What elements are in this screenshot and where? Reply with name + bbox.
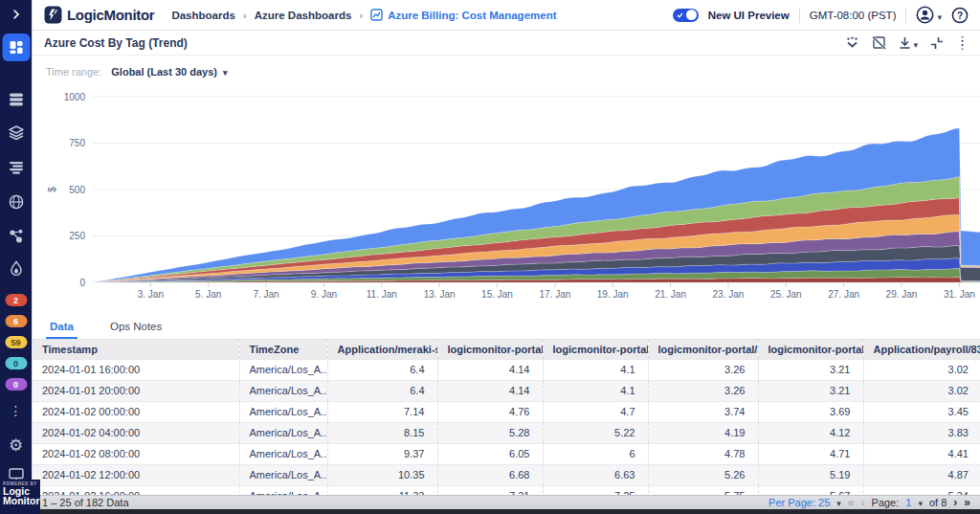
next-page-icon[interactable]	[953, 497, 957, 508]
col-portal-dem[interactable]: logicmonitor-portal/dem	[437, 340, 543, 359]
caret-down-icon[interactable]	[918, 497, 923, 508]
cell-timezone: America/Los_A...	[239, 401, 327, 422]
breadcrumb-current-dashboard[interactable]: Azure Billing: Cost Management	[370, 9, 556, 21]
collapse-widget-icon[interactable]	[930, 36, 944, 50]
tab-data[interactable]: Data	[46, 315, 78, 339]
cell-value: 4.78	[648, 443, 758, 464]
current-page-select[interactable]: 1	[905, 497, 911, 508]
toggle-check-icon	[677, 12, 683, 18]
alert-count: 6	[13, 317, 18, 326]
dashboards-icon	[2, 34, 30, 61]
col-timezone[interactable]: TimeZone	[239, 340, 327, 359]
col-timestamp[interactable]: Timestamp	[33, 340, 239, 359]
cell-timestamp: 2024-01-02 00:00:00	[33, 401, 239, 422]
cell-value: 4.19	[648, 422, 758, 443]
tab-ops-notes[interactable]: Ops Notes	[106, 315, 166, 339]
svg-text:19. Jan: 19. Jan	[597, 289, 629, 300]
cell-value: 4.87	[863, 464, 980, 485]
new-ui-preview-label: New UI Preview	[708, 10, 790, 21]
cell-value: 3.45	[863, 401, 980, 422]
logicmonitor-logo[interactable]: LogicMonitor	[44, 6, 154, 24]
cell-value: 3.02	[863, 359, 980, 380]
breadcrumb-dashboards[interactable]: Dashboards	[171, 10, 234, 21]
table-row[interactable]: 2024-01-02 16:00:00America/Los_A...11.33…	[33, 485, 980, 495]
svg-text:7. Jan: 7. Jan	[253, 289, 278, 300]
cell-timezone: America/Los_A...	[239, 359, 327, 380]
table-row[interactable]: 2024-01-02 12:00:00America/Los_A...10.35…	[33, 464, 980, 485]
expand-sidebar-icon[interactable]	[11, 9, 22, 20]
svg-text:3. Jan: 3. Jan	[138, 289, 164, 300]
settings-gear-icon[interactable]: ⚙	[9, 436, 23, 456]
cell-value: 3.69	[758, 401, 863, 422]
cell-value: 3.02	[863, 380, 980, 401]
cell-value: 10.35	[327, 464, 437, 485]
divider	[905, 8, 906, 23]
cell-timezone: America/Los_A...	[239, 443, 327, 464]
table-row[interactable]: 2024-01-01 20:00:00America/Los_A...6.44.…	[33, 380, 980, 401]
sidebar-item-websites[interactable]	[8, 193, 25, 211]
svg-text:25. Jan: 25. Jan	[770, 289, 802, 300]
cell-value: 6.63	[543, 464, 648, 485]
caret-down-icon[interactable]	[836, 497, 841, 508]
table-row[interactable]: 2024-01-02 00:00:00America/Los_A...7.144…	[33, 401, 980, 422]
alert-badge-other[interactable]: 0	[5, 378, 27, 391]
cell-value: 6.68	[437, 464, 543, 485]
col-portal-bcsy[interactable]: logicmonitor-portal/bcsy	[648, 340, 758, 359]
alert-badge-critical[interactable]: 2	[5, 294, 27, 306]
forecast-icon[interactable]	[845, 36, 859, 49]
table-row[interactable]: 2024-01-02 04:00:00America/Los_A...8.155…	[33, 422, 980, 443]
svg-text:17. Jan: 17. Jan	[539, 289, 570, 300]
help-icon[interactable]: ?	[951, 7, 969, 24]
cell-value: 9.37	[327, 443, 437, 464]
sidebar-more-options-icon[interactable]: ⋮	[10, 409, 23, 413]
alert-badge-warning[interactable]: 59	[5, 336, 27, 348]
dashboard-chart-icon	[370, 9, 383, 21]
sidebar-item-topology[interactable]	[8, 228, 25, 245]
logicmonitor-logo-icon	[44, 6, 62, 24]
per-page-select[interactable]: Per Page: 25	[768, 497, 830, 508]
col-meraki-simu[interactable]: Application/meraki-simu	[327, 340, 437, 359]
cell-timestamp: 2024-01-01 16:00:00	[33, 359, 239, 380]
timezone-display[interactable]: GMT-08:00 (PST)	[810, 10, 897, 21]
col-portal-shar[interactable]: logicmonitor-portal/shar	[543, 340, 648, 359]
sidebar-item-dashboards[interactable]	[2, 34, 30, 61]
table-row[interactable]: 2024-01-02 08:00:00America/Los_A...9.376…	[33, 443, 980, 464]
col-portal-wbs[interactable]: logicmonitor-portal/wbs	[758, 340, 863, 359]
pagination-bar: 1 – 25 of 182 Data Per Page: 25 Page: 1 …	[33, 495, 980, 509]
user-avatar-icon	[916, 6, 934, 24]
breadcrumb: Dashboards › Azure Dashboards › Azure Bi…	[171, 9, 556, 21]
cell-value: 6.4	[327, 380, 437, 401]
sidebar-item-resources[interactable]	[8, 91, 25, 108]
cell-timezone: America/Los_A...	[239, 464, 327, 485]
svg-text:?: ?	[957, 10, 963, 20]
sidebar-item-logs[interactable]	[8, 159, 25, 176]
svg-text:250: 250	[69, 231, 85, 241]
time-range-select[interactable]: Global (Last 30 days)	[111, 66, 227, 78]
last-page-icon[interactable]	[964, 497, 970, 508]
svg-text:9. Jan: 9. Jan	[311, 289, 337, 300]
breadcrumb-azure-dashboards[interactable]: Azure Dashboards	[255, 10, 352, 21]
cell-value: 4.7	[543, 401, 648, 422]
alert-badge-info[interactable]: 0	[5, 357, 27, 369]
sidebar-item-modules[interactable]	[8, 124, 25, 142]
stacked-area-chart[interactable]: 02505007501000$3. Jan5. Jan7. Jan9. Jan1…	[33, 88, 980, 315]
cell-timezone: America/Los_A...	[239, 422, 327, 443]
sidebar-item-alerts[interactable]	[8, 260, 25, 278]
cell-value: 7.14	[327, 401, 437, 422]
download-button[interactable]	[899, 34, 918, 52]
alert-badge-error[interactable]: 6	[5, 315, 27, 327]
svg-text:11. Jan: 11. Jan	[367, 289, 397, 300]
ops-notes-disabled-icon[interactable]	[872, 35, 886, 50]
user-menu[interactable]	[916, 6, 942, 24]
widget-header: Azure Cost By Tag (Trend)	[33, 31, 980, 56]
powered-by-logicmonitor-logo: POWERED BY Logic Monitor	[0, 480, 40, 514]
alert-count: 2	[13, 296, 18, 305]
table-row[interactable]: 2024-01-01 16:00:00America/Los_A...6.44.…	[33, 359, 980, 380]
new-ui-preview-toggle[interactable]	[673, 9, 699, 22]
widget-more-menu-icon[interactable]: ⋮⋮	[956, 39, 969, 47]
first-page-icon[interactable]	[848, 497, 855, 508]
data-table-container[interactable]: Timestamp TimeZone Application/meraki-si…	[33, 340, 980, 495]
cell-value: 6.4	[327, 359, 437, 380]
previous-page-icon[interactable]	[861, 497, 865, 508]
col-payroll-8303[interactable]: Application/payroll/8303	[863, 340, 980, 359]
